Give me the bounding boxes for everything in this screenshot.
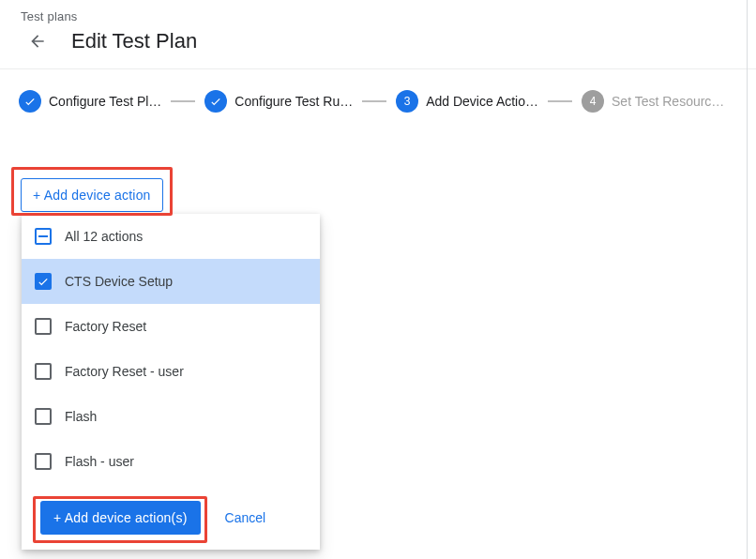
step-2[interactable]: Configure Test Ru… [204,90,353,113]
page-header: Test plans Edit Test Plan [0,0,756,68]
list-overflow-filler [22,484,320,486]
add-device-actions-confirm-button[interactable]: + Add device action(s) [40,501,201,535]
list-item-label: Flash - user [65,454,134,469]
title-row: Edit Test Plan [19,29,737,68]
step-connector [548,100,572,102]
checkbox-indeterminate-icon[interactable] [35,228,52,245]
checkbox-unchecked-icon[interactable] [35,363,52,380]
list-item[interactable]: Factory Reset - user [22,349,320,394]
step-4[interactable]: 4 Set Test Resourc… [582,90,724,113]
list-item[interactable]: Flash [22,394,320,439]
list-item-label: Factory Reset - user [65,364,184,379]
step-label: Configure Test Pl… [49,94,161,109]
breadcrumb: Test plans [21,9,737,23]
step-connector [171,100,195,102]
select-all-row[interactable]: All 12 actions [22,214,320,259]
action-picker-panel: All 12 actions CTS Device Setup Factory … [22,214,320,550]
step-label: Add Device Actio… [426,94,538,109]
panel-actions: + Add device action(s) Cancel [22,486,320,550]
step-label: Set Test Resourc… [612,94,724,109]
checkbox-checked-icon[interactable] [35,273,52,290]
list-item-label: Flash [65,409,97,424]
select-all-label: All 12 actions [65,229,143,244]
step-label: Configure Test Ru… [234,94,353,109]
check-icon [19,90,41,113]
checkbox-unchecked-icon[interactable] [35,408,52,425]
list-item[interactable]: Flash - user [22,439,320,484]
list-item-label: CTS Device Setup [65,274,173,289]
checkbox-unchecked-icon[interactable] [35,318,52,335]
list-item-label: Factory Reset [65,319,146,334]
step-1[interactable]: Configure Test Pl… [19,90,161,113]
right-divider [747,0,748,559]
step-connector [362,100,386,102]
step-number-icon: 3 [396,90,418,113]
checkbox-unchecked-icon[interactable] [35,453,52,470]
add-device-action-button[interactable]: + Add device action [21,178,163,212]
list-item[interactable]: CTS Device Setup [22,259,320,304]
action-list: All 12 actions CTS Device Setup Factory … [22,214,320,486]
step-number-icon: 4 [582,90,604,113]
step-3[interactable]: 3 Add Device Actio… [396,90,538,113]
page-title: Edit Test Plan [71,29,197,53]
check-icon [204,90,227,113]
stepper: Configure Test Pl… Configure Test Ru… 3 … [0,69,732,141]
list-item[interactable]: Factory Reset [22,304,320,349]
cancel-button[interactable]: Cancel [225,510,266,525]
back-arrow-icon[interactable] [26,30,49,53]
